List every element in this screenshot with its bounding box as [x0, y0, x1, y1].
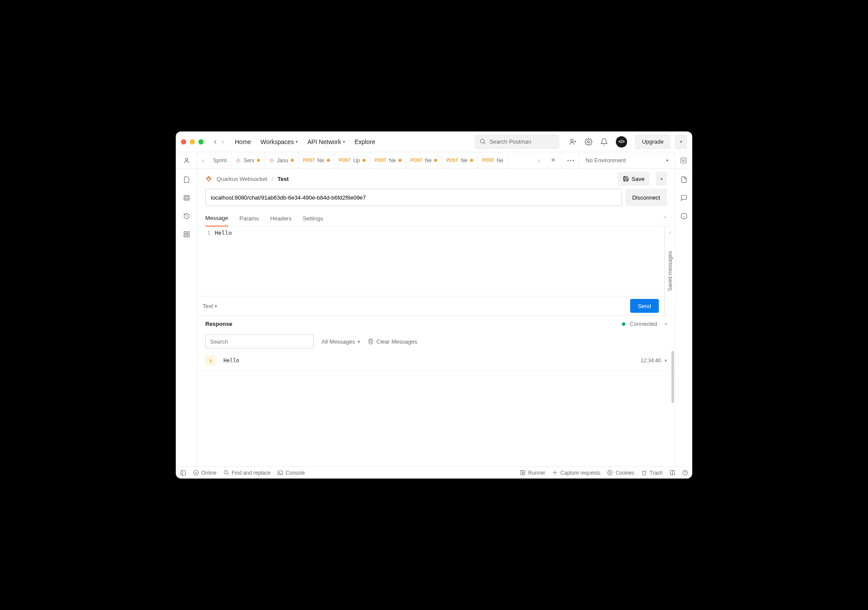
more-apps-icon[interactable] [183, 230, 191, 238]
find-replace-button[interactable]: Find and replace [224, 470, 270, 476]
body: Quarkus Websocket / Test Save ▾ Disconne… [176, 169, 692, 466]
nav-api-network[interactable]: API Network ▾ [307, 138, 345, 145]
message-type-label: Text [203, 303, 213, 309]
new-tab-button[interactable]: + [545, 152, 562, 168]
tab-label: Ne [496, 157, 503, 164]
editor-gutter: 1 [197, 227, 215, 296]
workspace-tab[interactable]: POSTNe [478, 152, 508, 168]
help-button[interactable] [682, 470, 688, 476]
svg-point-6 [185, 158, 187, 160]
svg-rect-21 [181, 470, 186, 475]
save-button[interactable]: Save [618, 172, 650, 186]
svg-point-8 [570, 160, 571, 161]
tab-label: Ne [425, 157, 431, 164]
app-window: ‹ › Home Workspaces ▾ API Network ▾ Expl… [176, 131, 692, 479]
svg-rect-13 [185, 197, 188, 199]
workspace-tab[interactable]: Janu [265, 152, 299, 168]
nav-home[interactable]: Home [235, 138, 251, 145]
minimize-window-button[interactable] [190, 139, 195, 144]
send-button[interactable]: Send [630, 299, 659, 313]
window-controls [181, 139, 204, 144]
workspace-tab[interactable]: POSTNe [406, 152, 442, 168]
tabs-scroll-left[interactable]: ‹ [197, 152, 209, 168]
environment-selector[interactable]: No Environment ▾ [579, 152, 675, 168]
upgrade-dropdown[interactable]: ▾ [675, 134, 687, 149]
capture-button[interactable]: Capture requests [552, 470, 600, 476]
environment-quicklook-icon[interactable] [675, 152, 692, 168]
chevron-down-icon[interactable]: ▾ [665, 321, 667, 326]
message-type-selector[interactable]: Text ▾ [203, 303, 217, 309]
settings-icon[interactable] [585, 138, 592, 146]
tab-label: Janu [277, 157, 288, 164]
layout-button[interactable] [670, 470, 675, 476]
online-status[interactable]: Online [193, 470, 217, 476]
console-button[interactable]: Console [277, 470, 305, 476]
workspace-tab[interactable]: Serv [231, 152, 265, 168]
tab-label: Serv [243, 157, 254, 164]
tab-message[interactable]: Message [205, 210, 228, 226]
response-search-input[interactable] [205, 335, 314, 348]
avatar[interactable] [616, 136, 627, 148]
save-dropdown[interactable]: ▾ [656, 172, 667, 186]
collections-icon[interactable] [183, 176, 191, 184]
maximize-window-button[interactable] [198, 139, 204, 144]
workspace-tab[interactable]: POSTUp [335, 152, 371, 168]
tabs-scroll-right[interactable]: › [533, 152, 545, 168]
breadcrumb-collection[interactable]: Quarkus Websocket [217, 176, 267, 182]
nav-explore[interactable]: Explore [355, 138, 375, 145]
invite-icon[interactable] [569, 138, 577, 146]
back-button[interactable]: ‹ [214, 137, 217, 146]
status-bar: Online Find and replace Console Runner C… [176, 466, 692, 479]
tab-headers[interactable]: Headers [270, 211, 292, 226]
global-search[interactable]: Search Postman [474, 134, 559, 149]
tab-params[interactable]: Params [240, 211, 259, 226]
upgrade-button[interactable]: Upgrade [635, 134, 671, 149]
workspace-tab[interactable]: POSTNe [299, 152, 335, 168]
breadcrumb-request[interactable]: Test [277, 176, 289, 182]
nav-workspaces[interactable]: Workspaces ▾ [260, 138, 298, 145]
method-badge: POST [375, 158, 386, 163]
svg-point-0 [480, 139, 484, 143]
breadcrumb-separator: / [272, 176, 273, 182]
svg-rect-28 [521, 471, 525, 475]
scrollbar[interactable] [671, 351, 674, 403]
collapse-request-icon[interactable]: ⌃ [663, 216, 667, 222]
environments-icon[interactable] [183, 194, 191, 202]
close-window-button[interactable] [181, 139, 186, 144]
runner-button[interactable]: Runner [520, 470, 545, 476]
tab-label: Sprint [213, 157, 227, 164]
websocket-icon [269, 158, 274, 163]
chevron-left-icon[interactable]: ‹ [669, 230, 671, 236]
url-input[interactable] [205, 189, 622, 206]
disconnect-button[interactable]: Disconnect [625, 189, 667, 206]
right-rail [675, 169, 692, 466]
workspace-tab[interactable]: POSTNe [370, 152, 406, 168]
svg-point-2 [571, 139, 573, 142]
trash-icon [368, 338, 374, 344]
toggle-sidebar-button[interactable] [180, 470, 186, 476]
cookies-button[interactable]: Cookies [607, 470, 634, 476]
workspace-switcher-icon[interactable] [176, 152, 197, 168]
notifications-icon[interactable] [600, 138, 608, 146]
search-placeholder: Search Postman [490, 138, 531, 145]
tabs-overflow-button[interactable] [562, 152, 579, 168]
documentation-icon[interactable] [680, 176, 688, 184]
message-editor[interactable]: 1 Hello [197, 227, 664, 296]
info-icon[interactable] [680, 212, 688, 220]
trash-button[interactable]: Trash [641, 470, 663, 476]
message-filter-label: All Messages [322, 338, 355, 345]
connection-status-label: Connected [630, 321, 657, 327]
saved-messages-panel[interactable]: ‹ Saved messages [664, 227, 675, 315]
workspace-tab[interactable]: Sprint [209, 152, 231, 168]
workspace-tab[interactable]: POSTNe [442, 152, 478, 168]
svg-point-32 [609, 472, 610, 472]
forward-button[interactable]: › [222, 137, 224, 146]
tab-settings[interactable]: Settings [303, 211, 323, 226]
message-filter[interactable]: All Messages ▾ [322, 338, 360, 345]
message-row[interactable]: ↑Hello12:34:40 ▾ [197, 351, 675, 371]
method-badge: POST [482, 158, 494, 163]
editor-content[interactable]: Hello [215, 227, 664, 296]
history-icon[interactable] [183, 212, 191, 220]
comments-icon[interactable] [680, 194, 688, 202]
clear-messages-button[interactable]: Clear Messages [368, 338, 417, 345]
